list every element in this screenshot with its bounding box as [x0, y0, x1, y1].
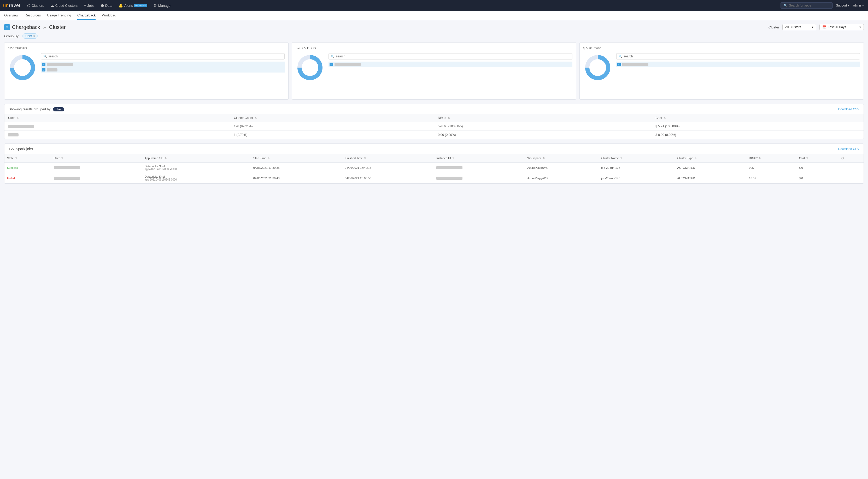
- clusters-donut-chart: [8, 53, 37, 82]
- results-header: Showing results grouped by User Download…: [4, 104, 864, 114]
- nav-alerts[interactable]: 🔔 Alerts PREVIEW: [116, 2, 150, 9]
- clusters-search-input[interactable]: [48, 55, 282, 58]
- jobs-icon: ≡: [84, 3, 86, 7]
- job1-settings: [838, 163, 864, 173]
- subnav-overview[interactable]: Overview: [4, 11, 18, 20]
- jobs-title: 127 Spark jobs: [9, 147, 33, 151]
- nav-clusters[interactable]: ⬡ Clusters: [25, 2, 47, 9]
- col-cost[interactable]: Cost ⇅: [652, 114, 864, 122]
- nav-clusters-label: Clusters: [32, 4, 44, 7]
- page-content: ▼ Chargeback » Cluster Cluster All Clust…: [0, 20, 868, 479]
- subnav-chargeback[interactable]: Chargeback: [77, 11, 96, 20]
- subnav-resources[interactable]: Resources: [25, 11, 41, 20]
- col-settings[interactable]: ⚙: [838, 154, 864, 163]
- cost-sort-icon: ⇅: [663, 116, 665, 119]
- nav-cloud-clusters-label: Cloud Clusters: [55, 4, 78, 7]
- clusters-filter-item-1[interactable]: ✓ ••••••@••••••••.com: [41, 62, 285, 67]
- cost-search-box[interactable]: 🔍: [616, 53, 860, 60]
- start-time-sort-icon: ⇅: [268, 157, 270, 160]
- subnav-usage-trending[interactable]: Usage Trending: [47, 11, 71, 20]
- group-by-label: Group By :: [4, 34, 20, 38]
- date-range-select[interactable]: 📅 Last 90 Days ▾: [819, 24, 864, 30]
- subnav-workload[interactable]: Workload: [102, 11, 116, 20]
- settings-icon[interactable]: ⚙: [841, 156, 844, 160]
- row2-user: ••••: [4, 131, 230, 139]
- admin-icon: →: [862, 4, 865, 7]
- cost-card-title: $ 5.91 Cost: [583, 46, 860, 50]
- jobs-download-csv[interactable]: Download CSV: [838, 147, 859, 151]
- user-sort-icon: ⇅: [17, 116, 19, 119]
- row1-dbus: 528.65 (100.00%): [434, 122, 652, 131]
- cards-row: 127 Clusters 🔍 ✓ ••••••@••••••••.co: [4, 42, 864, 100]
- job2-dbus: 13.02: [746, 173, 797, 183]
- col-cluster-type[interactable]: Cluster Type ⇅: [675, 154, 746, 163]
- clusters-filter: 🔍 ✓ ••••••@••••••••.com ✓ ••••: [41, 53, 285, 72]
- cluster-name-sort-icon: ⇅: [620, 157, 622, 160]
- search-apps-input[interactable]: 🔍: [780, 2, 833, 9]
- job2-settings: [838, 173, 864, 183]
- row2-cost: $ 0.00 (0.00%): [652, 131, 864, 139]
- col-finished-time[interactable]: Finished Time ⇅: [342, 154, 434, 163]
- col-jobs-cost[interactable]: Cost ⇅: [797, 154, 839, 163]
- col-cluster-count[interactable]: Cluster Count ⇅: [230, 114, 434, 122]
- row1-cost: $ 5.91 (100.00%): [652, 122, 864, 131]
- col-start-time[interactable]: Start Time ⇅: [251, 154, 342, 163]
- search-apps-icon: 🔍: [783, 4, 787, 7]
- dbus-search-box[interactable]: 🔍: [329, 53, 572, 60]
- col-user[interactable]: User ⇅: [51, 154, 142, 163]
- clusters-filter-item-2[interactable]: ✓ ••••: [41, 67, 285, 72]
- cost-filter-item-1[interactable]: ✓ ••••••@••••••••.com: [616, 62, 860, 67]
- job1-cost: $ 0: [797, 163, 839, 173]
- title-icon: ▼: [4, 24, 10, 30]
- col-app-name[interactable]: App Name / ID ⇅: [142, 154, 251, 163]
- cost-card-body: 🔍 ✓ ••••••@••••••••.com: [583, 53, 860, 82]
- col-state[interactable]: State ⇅: [4, 154, 51, 163]
- logo[interactable]: unravel: [3, 3, 20, 8]
- nav-jobs[interactable]: ≡ Jobs: [81, 2, 97, 9]
- date-chevron-icon: ▾: [859, 25, 861, 29]
- cluster-select[interactable]: All Clusters ▾: [782, 24, 816, 30]
- nav-jobs-label: Jobs: [87, 4, 94, 7]
- jobs-table-header-row: State ⇅ User ⇅ App Name / ID ⇅ Start Tim…: [4, 154, 864, 163]
- state-sort-icon: ⇅: [15, 157, 17, 160]
- nav-data[interactable]: ⬢ Data: [98, 2, 115, 9]
- col-dbus[interactable]: DBUs ⇅: [434, 114, 652, 122]
- job1-finished-time: 04/06/2021 17:40:16: [342, 163, 434, 173]
- app-name-sort-icon: ⇅: [165, 157, 167, 160]
- search-icon: 🔍: [43, 55, 47, 58]
- dbus-card-title: 528.65 DBUs: [296, 46, 572, 50]
- col-instance-id[interactable]: Instance ID ⇅: [434, 154, 525, 163]
- cost-checkbox-1[interactable]: ✓: [617, 63, 621, 66]
- search-apps-field[interactable]: [789, 4, 830, 7]
- dbus-filter-item-1[interactable]: ✓ ••••••@••••••••.com: [329, 62, 572, 67]
- results-title-row: Showing results grouped by User: [9, 107, 64, 111]
- clusters-icon: ⬡: [27, 3, 30, 7]
- col-cluster-name[interactable]: Cluster Name ⇅: [599, 154, 675, 163]
- nav-manage[interactable]: ⚙ Manage: [151, 2, 173, 9]
- clusters-card: 127 Clusters 🔍 ✓ ••••••@••••••••.co: [4, 42, 288, 100]
- cost-search-input[interactable]: [624, 55, 858, 58]
- group-by-user-tag[interactable]: User ×: [23, 33, 38, 39]
- results-download-csv[interactable]: Download CSV: [838, 107, 859, 111]
- results-table: User ⇅ Cluster Count ⇅ DBUs ⇅ Cost ⇅: [4, 114, 864, 139]
- alerts-icon: 🔔: [119, 3, 123, 7]
- row1-user: ••••••@••••••••••.com: [4, 122, 230, 131]
- col-workspace[interactable]: Workspace ⇅: [525, 154, 598, 163]
- col-user[interactable]: User ⇅: [4, 114, 230, 122]
- job2-state: Failed: [4, 173, 51, 183]
- cost-card: $ 5.91 Cost 🔍 ✓ ••••••@••••••••.com: [580, 42, 864, 100]
- checkbox-2[interactable]: ✓: [42, 68, 45, 71]
- finished-time-sort-icon: ⇅: [364, 157, 366, 160]
- checkbox-1[interactable]: ✓: [42, 63, 45, 66]
- dbus-checkbox-1[interactable]: ✓: [330, 63, 333, 66]
- cluster-chevron-icon: ▾: [812, 25, 813, 29]
- dbus-search-input[interactable]: [336, 55, 570, 58]
- support-button[interactable]: Support ▾: [836, 4, 849, 7]
- dbus-search-icon: 🔍: [331, 55, 335, 58]
- col-dbus[interactable]: DBUs* ⇅: [746, 154, 797, 163]
- jobs-dbus-sort-icon: ⇅: [759, 157, 761, 160]
- group-by-remove-icon[interactable]: ×: [33, 34, 35, 38]
- nav-cloud-clusters[interactable]: ☁ Cloud Clusters: [48, 2, 80, 9]
- admin-button[interactable]: admin →: [852, 4, 865, 7]
- clusters-search-box[interactable]: 🔍: [41, 53, 285, 60]
